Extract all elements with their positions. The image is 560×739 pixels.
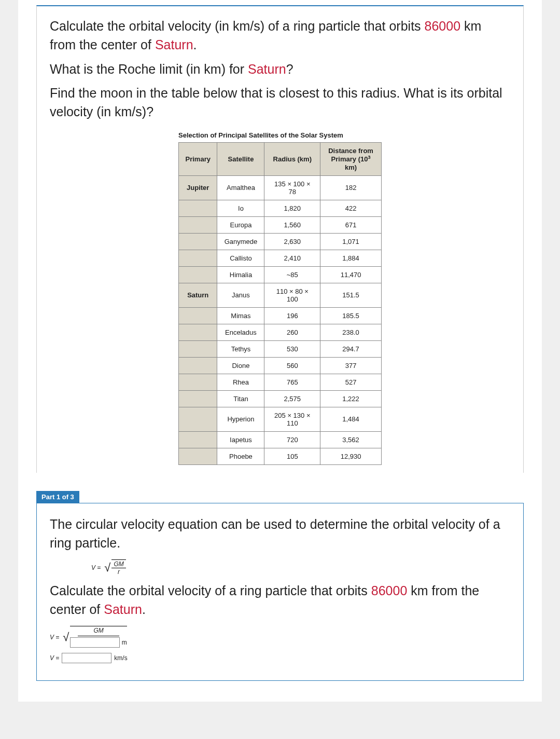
- cell-primary: [179, 324, 217, 340]
- q1-value: 86000: [425, 19, 461, 33]
- formula-denominator: r: [116, 568, 122, 576]
- ans1-numerator: GM: [78, 627, 119, 636]
- cell-distance: 185.5: [320, 307, 382, 324]
- cell-satellite: Enceladus: [217, 324, 264, 340]
- table-row: Phoebe10512,930: [179, 448, 382, 464]
- ans1-unit: m: [122, 639, 127, 646]
- table-row: JupiterAmalthea135 × 100 × 78182: [179, 175, 382, 200]
- cell-distance: 11,470: [320, 266, 382, 283]
- q1-planet: Saturn: [155, 37, 193, 52]
- cell-primary: [179, 200, 217, 216]
- col-header-primary: Primary: [179, 143, 217, 175]
- question-paragraph-3: Find the moon in the table below that is…: [50, 84, 510, 121]
- p2-value: 86000: [371, 583, 408, 598]
- cell-satellite: Io: [217, 200, 264, 216]
- cell-satellite: Dione: [217, 357, 264, 374]
- table-caption: Selection of Principal Satellites of the…: [178, 131, 382, 139]
- part-box: The circular velocity equation can be us…: [36, 503, 524, 681]
- cell-primary: [179, 407, 217, 431]
- cell-primary: [179, 374, 217, 390]
- cell-radius: 196: [264, 307, 320, 324]
- cell-radius: 260: [264, 324, 320, 340]
- cell-distance: 1,484: [320, 407, 382, 431]
- cell-satellite: Janus: [217, 283, 264, 307]
- p2-text-pre: Calculate the orbital velocity of a ring…: [50, 583, 371, 598]
- part-header: Part 1 of 3: [36, 491, 79, 503]
- answer-line-1: V = √ GM m: [50, 626, 510, 648]
- answer-line-2: V = km/s: [50, 653, 510, 663]
- cell-primary: [179, 216, 217, 233]
- cell-primary: [179, 390, 217, 407]
- cell-satellite: Iapetus: [217, 431, 264, 448]
- p2-planet: Saturn: [104, 602, 142, 617]
- question-box: Calculate the orbital velocity (in km/s)…: [36, 5, 524, 473]
- cell-satellite: Callisto: [217, 250, 264, 266]
- table-row: Mimas196185.5: [179, 307, 382, 324]
- cell-distance: 182: [320, 175, 382, 200]
- cell-satellite: Mimas: [217, 307, 264, 324]
- cell-primary: [179, 266, 217, 283]
- cell-radius: 720: [264, 431, 320, 448]
- q2-text-end: ?: [286, 62, 293, 76]
- cell-satellite: Tethys: [217, 340, 264, 357]
- cell-radius: 2,410: [264, 250, 320, 266]
- cell-distance: 1,222: [320, 390, 382, 407]
- table-row: Rhea765527: [179, 374, 382, 390]
- cell-radius: 765: [264, 374, 320, 390]
- cell-distance: 1,884: [320, 250, 382, 266]
- cell-primary: [179, 340, 217, 357]
- table-row: Titan2,5751,222: [179, 390, 382, 407]
- part-text-1: The circular velocity equation can be us…: [50, 515, 510, 553]
- cell-radius: ~85: [264, 266, 320, 283]
- cell-satellite: Amalthea: [217, 175, 264, 200]
- p2-text-end: .: [142, 602, 146, 617]
- col-header-distance: Distance from Primary (103 km): [320, 143, 382, 175]
- question-paragraph-2: What is the Roche limit (in km) for Satu…: [50, 60, 510, 78]
- cell-radius: 205 × 130 × 110: [264, 407, 320, 431]
- cell-radius: 530: [264, 340, 320, 357]
- velocity-input[interactable]: [62, 653, 111, 663]
- cell-primary: [179, 250, 217, 266]
- satellites-table: Primary Satellite Radius (km) Distance f…: [178, 142, 382, 464]
- cell-distance: 151.5: [320, 283, 382, 307]
- ans2-lhs: V =: [50, 654, 59, 662]
- cell-primary: [179, 431, 217, 448]
- cell-radius: 2,575: [264, 390, 320, 407]
- cell-distance: 3,562: [320, 431, 382, 448]
- q2-text-pre: What is the Roche limit (in km) for: [50, 62, 248, 76]
- col-header-satellite: Satellite: [217, 143, 264, 175]
- table-row: Enceladus260238.0: [179, 324, 382, 340]
- cell-primary: Saturn: [179, 283, 217, 307]
- q1-text-pre: Calculate the orbital velocity (in km/s)…: [50, 19, 425, 33]
- cell-radius: 135 × 100 × 78: [264, 175, 320, 200]
- cell-distance: 422: [320, 200, 382, 216]
- question-paragraph-1: Calculate the orbital velocity (in km/s)…: [50, 17, 510, 54]
- formula-lhs: V =: [91, 564, 101, 571]
- table-row: SaturnJanus110 × 80 × 100151.5: [179, 283, 382, 307]
- cell-distance: 527: [320, 374, 382, 390]
- cell-distance: 12,930: [320, 448, 382, 464]
- q1-text-end: .: [193, 37, 197, 52]
- cell-satellite: Europa: [217, 216, 264, 233]
- table-row: Dione560377: [179, 357, 382, 374]
- cell-satellite: Rhea: [217, 374, 264, 390]
- table-row: Himalia~8511,470: [179, 266, 382, 283]
- ans2-unit: km/s: [114, 654, 127, 662]
- cell-primary: [179, 448, 217, 464]
- denominator-input[interactable]: [70, 637, 120, 648]
- table-row: Callisto2,4101,884: [179, 250, 382, 266]
- cell-radius: 560: [264, 357, 320, 374]
- col-header-radius: Radius (km): [264, 143, 320, 175]
- cell-distance: 377: [320, 357, 382, 374]
- table-row: Io1,820422: [179, 200, 382, 216]
- table-row: Tethys530294.7: [179, 340, 382, 357]
- cell-primary: [179, 357, 217, 374]
- cell-radius: 105: [264, 448, 320, 464]
- cell-distance: 1,071: [320, 233, 382, 250]
- sqrt-icon: √: [104, 561, 110, 574]
- part-text-2: Calculate the orbital velocity of a ring…: [50, 581, 510, 619]
- cell-distance: 294.7: [320, 340, 382, 357]
- cell-primary: Jupiter: [179, 175, 217, 200]
- cell-satellite: Himalia: [217, 266, 264, 283]
- cell-radius: 1,560: [264, 216, 320, 233]
